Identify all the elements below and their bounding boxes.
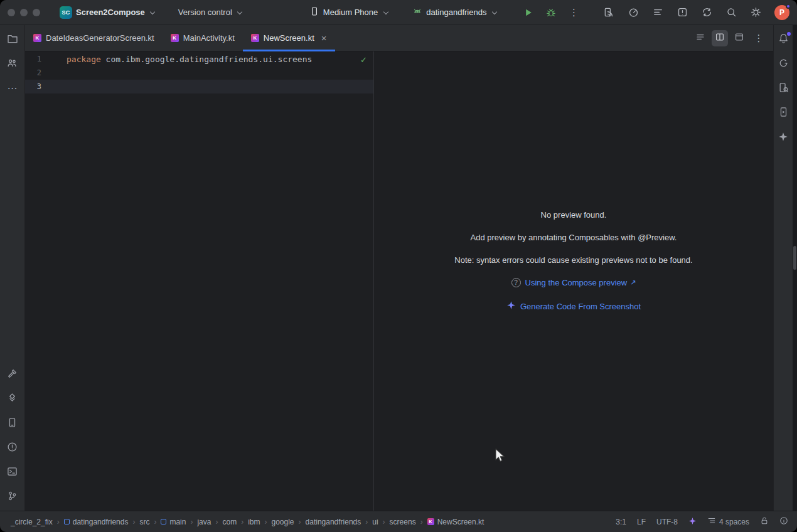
compose-preview-docs-link[interactable]: Using the Compose preview <box>525 278 628 287</box>
user-avatar[interactable]: P <box>774 5 789 20</box>
search-everywhere-button[interactable] <box>723 4 739 21</box>
breadcrumb-separator: › <box>240 518 245 526</box>
app-quality-insights-icon <box>677 7 688 18</box>
zoom-window-button[interactable] <box>33 9 40 16</box>
breadcrumb-item[interactable]: ui <box>370 516 380 528</box>
breadcrumb-item[interactable]: _circle_2_fix <box>9 516 55 528</box>
project-selector[interactable]: SC Screen2Compose <box>55 4 160 21</box>
project-name: Screen2Compose <box>76 8 145 17</box>
encoding-widget[interactable]: UTF-8 <box>656 518 678 526</box>
minimize-window-button[interactable] <box>20 9 28 16</box>
sync-project-button[interactable] <box>698 4 715 21</box>
run-button[interactable] <box>520 4 537 21</box>
gemini-tool-button[interactable] <box>774 129 792 146</box>
profiler-icon <box>628 7 639 18</box>
resource-manager-tool-button[interactable] <box>4 390 21 408</box>
line-number: 2 <box>25 68 41 77</box>
chevron-down-icon <box>150 9 156 15</box>
breadcrumb-item[interactable]: com <box>220 516 238 528</box>
settings-button[interactable] <box>747 4 764 21</box>
tab-newscreen-kt[interactable]: K NewScreen.kt × <box>243 25 335 51</box>
device-selector[interactable]: Medium Phone <box>305 4 393 21</box>
scrollbar-track[interactable] <box>793 25 797 511</box>
debug-button[interactable] <box>543 4 559 21</box>
breadcrumb-item[interactable]: datingandfriends <box>304 516 363 528</box>
spark-icon <box>778 132 788 144</box>
breadcrumb-item[interactable]: google <box>269 516 296 528</box>
design-view-button[interactable] <box>731 30 747 46</box>
editor-line[interactable]: 1 package com.ibm.google.datingandfriend… <box>25 52 373 66</box>
readonly-toggle[interactable] <box>760 516 769 527</box>
breadcrumb-separator: › <box>56 518 61 526</box>
editor-tabbar: K DateIdeasGeneratorScreen.kt K MainActi… <box>25 25 773 51</box>
app-quality-insights-button[interactable] <box>674 4 690 21</box>
build-tool-button[interactable] <box>4 366 21 383</box>
chevron-down-icon <box>383 9 388 15</box>
folder-icon <box>7 33 18 46</box>
tab-dateideasgeneratorscreen-kt[interactable]: K DateIdeasGeneratorScreen.kt <box>25 25 163 51</box>
breadcrumb-separator: › <box>419 518 424 526</box>
editor-line-caret[interactable]: 3 <box>25 80 373 93</box>
scrollbar-thumb[interactable] <box>793 246 796 270</box>
more-horizontal-icon: ⋯ <box>8 83 18 93</box>
split-view-button[interactable] <box>712 30 728 46</box>
version-control-tool-button[interactable] <box>4 488 21 506</box>
breadcrumb-item[interactable]: datingandfriends <box>62 516 131 528</box>
avatar-initial: P <box>779 8 784 17</box>
help-icon: ? <box>511 278 521 287</box>
close-tab-icon[interactable]: × <box>321 33 327 43</box>
breadcrumb-item[interactable]: main <box>159 516 188 528</box>
problems-tool-button[interactable] <box>4 439 21 457</box>
run-configuration-selector[interactable]: datingandfriends <box>408 4 501 21</box>
terminal-tool-button[interactable] <box>4 464 21 481</box>
caret-position-widget[interactable]: 3:1 <box>616 518 626 526</box>
code-editor[interactable]: 1 package com.ibm.google.datingandfriend… <box>25 51 374 511</box>
breadcrumb-separator: › <box>382 518 387 526</box>
breadcrumb-item[interactable]: ibm <box>246 516 262 528</box>
device-mirroring-button[interactable] <box>601 4 617 21</box>
breadcrumb-item[interactable]: screens <box>388 516 418 528</box>
module-icon <box>161 519 166 524</box>
more-tool-windows-button[interactable]: ⋯ <box>4 80 21 97</box>
running-devices-tool-button[interactable] <box>774 104 792 122</box>
device-label: Medium Phone <box>323 8 378 17</box>
device-explorer-tool-button[interactable] <box>774 80 792 97</box>
layers-icon <box>7 393 18 405</box>
inspection-ok-icon[interactable]: ✓ <box>360 55 367 65</box>
breadcrumb-item[interactable]: src <box>137 516 151 528</box>
line-separator-widget[interactable]: LF <box>637 518 646 526</box>
editor-line[interactable]: 2 <box>25 66 373 80</box>
pull-requests-tool-button[interactable] <box>4 55 21 73</box>
indent-widget[interactable]: 4 spaces <box>707 516 749 527</box>
run-config-label: datingandfriends <box>426 8 486 17</box>
spark-icon <box>688 517 697 527</box>
more-run-options-button[interactable]: ⋮ <box>565 4 582 21</box>
info-widget[interactable] <box>779 516 788 527</box>
code-view-button[interactable] <box>692 30 709 46</box>
logcat-button[interactable] <box>650 4 666 21</box>
close-window-button[interactable] <box>8 9 15 16</box>
breadcrumb-item[interactable]: KNewScreen.kt <box>425 516 486 528</box>
android-studio-window: SC Screen2Compose Version control Medium… <box>0 0 797 532</box>
ai-status-widget[interactable] <box>688 517 697 527</box>
breadcrumb-item[interactable]: java <box>195 516 213 528</box>
more-vertical-icon: ⋮ <box>569 8 579 17</box>
notification-dot <box>786 4 791 9</box>
notifications-tool-button[interactable] <box>774 31 792 48</box>
sync-icon <box>702 7 712 18</box>
module-icon <box>64 519 70 524</box>
breadcrumb-separator: › <box>152 518 158 526</box>
code-view-icon <box>695 32 705 44</box>
device-manager-tool-button[interactable] <box>4 415 21 432</box>
profiler-button[interactable] <box>625 4 641 21</box>
gradle-tool-button[interactable] <box>774 55 792 73</box>
breadcrumb: _circle_2_fix › datingandfriends › src ›… <box>9 516 486 528</box>
generate-code-from-screenshot-link[interactable]: Generate Code From Screenshot <box>520 302 641 311</box>
window-controls <box>8 9 40 16</box>
split-view-icon <box>715 32 725 44</box>
project-tool-button[interactable] <box>4 31 21 48</box>
editor-options-button[interactable]: ⋮ <box>751 30 767 46</box>
version-control-menu[interactable]: Version control <box>174 5 247 19</box>
breadcrumb-label: NewScreen.kt <box>437 518 484 526</box>
tab-mainactivity-kt[interactable]: K MainActivity.kt <box>163 25 243 51</box>
